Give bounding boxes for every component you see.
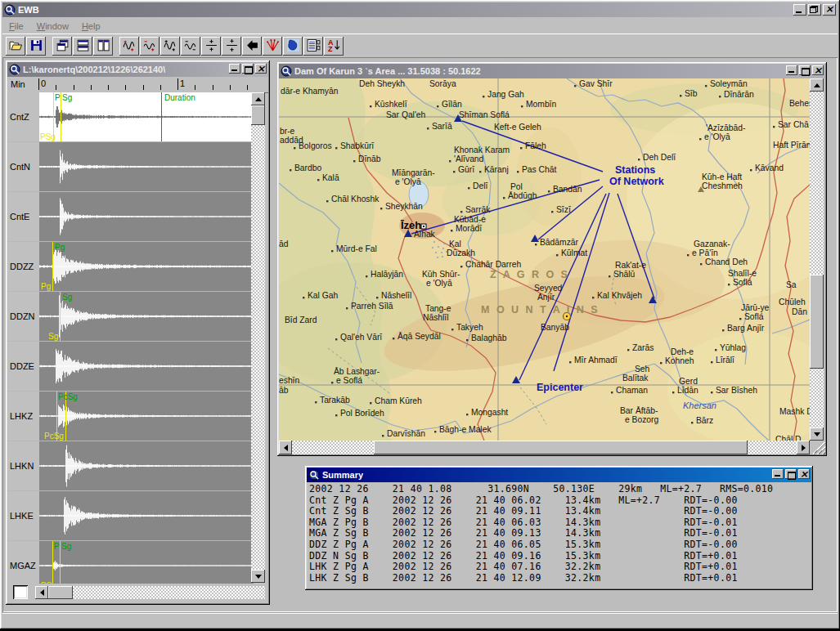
scroll-left-button[interactable] (35, 586, 48, 599)
channel-trace-CntE[interactable] (39, 192, 254, 241)
minimize-button[interactable] (786, 65, 797, 75)
scroll-down-button[interactable] (251, 570, 265, 583)
minimize-button[interactable] (229, 64, 240, 74)
sort-az-button[interactable]: AZ (324, 37, 344, 56)
menu-item-file[interactable]: File (2, 20, 30, 33)
map-hscrollbar[interactable] (279, 441, 810, 454)
channel-row-DDZN[interactable]: DDZNSgSg (7, 292, 251, 342)
town-dot (449, 160, 451, 162)
map-vscrollbar[interactable] (810, 78, 824, 441)
close-button[interactable]: × (812, 65, 824, 75)
scroll-left-button[interactable] (279, 441, 292, 454)
town-label: Gerd (679, 377, 698, 386)
menu-item-window[interactable]: Window (30, 20, 75, 33)
town-dot (700, 263, 702, 265)
town-label: Pol (510, 182, 523, 191)
hscroll-thumb[interactable] (374, 441, 748, 454)
open-button[interactable] (6, 37, 25, 56)
resize-grip[interactable] (813, 442, 825, 454)
town-label: Yūhlag (720, 343, 746, 352)
channel-trace-MGAZ[interactable]: PSgPSg (39, 541, 254, 590)
back-arrow-button[interactable] (242, 37, 262, 56)
wave-zoom-out-button[interactable] (181, 37, 200, 56)
restore-button[interactable] (808, 4, 821, 16)
channel-trace-DDZZ[interactable]: PgPg (39, 242, 254, 291)
picks-button[interactable] (263, 37, 282, 56)
scroll-up-button[interactable] (251, 92, 265, 105)
amplitude-up-button[interactable] (119, 37, 139, 56)
channel-row-DDZZ[interactable]: DDZZPgPg (7, 242, 251, 292)
phase-pick-line[interactable] (52, 242, 53, 291)
channel-row-CntE[interactable]: CntE (7, 192, 251, 242)
vscroll-thumb[interactable] (251, 105, 265, 125)
channel-trace-DDZE[interactable] (39, 342, 254, 391)
town-dot (331, 382, 333, 383)
menu-item-help[interactable]: Help (75, 20, 107, 33)
vscroll-thumb[interactable] (810, 275, 824, 369)
map-viewport[interactable]: dār-e KhamyānDeh SheykhSorāyaJang GahMom… (279, 78, 810, 441)
report-button[interactable] (303, 37, 323, 56)
channel-row-CntZ[interactable]: CntZPSgDurationPSg (7, 92, 251, 142)
phase-pick-line[interactable] (61, 92, 61, 141)
town-label: Bolgoros (299, 141, 332, 150)
phase-label-top: Sg (61, 542, 71, 551)
traces-expand-icon (225, 38, 239, 54)
close-button[interactable]: × (798, 469, 810, 479)
channel-row-LHKE[interactable]: LHKE (7, 491, 251, 541)
phase-label-top: P (54, 542, 60, 551)
map-canvas[interactable]: dār-e KhamyānDeh SheykhSorāyaJang GahMom… (279, 78, 810, 441)
scroll-up-button[interactable] (810, 78, 824, 92)
summary-window-title: Summary (322, 470, 363, 480)
maximize-button[interactable] (785, 469, 797, 479)
town-label: e 'Olyā (704, 132, 730, 141)
channel-trace-CntZ[interactable]: PSgDurationPSg (39, 92, 254, 141)
minimize-button[interactable] (793, 4, 806, 16)
summary-titlebar[interactable]: Summary × (307, 468, 811, 482)
waveform-titlebar[interactable]: L:\karonertq\200212\1226\262140\ × (7, 62, 268, 77)
channel-row-DDZE[interactable]: DDZE (7, 342, 251, 392)
maximize-button[interactable] (799, 65, 811, 75)
main-titlebar[interactable]: EWB × (2, 2, 838, 17)
waveform-hscrollbar[interactable] (35, 586, 265, 599)
town-dot (382, 435, 384, 436)
scroll-down-button[interactable] (810, 427, 824, 441)
phase-label-top: Sg (62, 293, 72, 302)
channel-row-CntN[interactable]: CntN (7, 142, 251, 192)
amplitude-down-button[interactable] (140, 37, 159, 56)
channel-trace-CntN[interactable] (39, 142, 254, 191)
hscroll-thumb[interactable] (48, 586, 73, 599)
traces-compress-button[interactable] (201, 37, 221, 56)
channel-trace-DDZN[interactable]: SgSg (39, 292, 254, 341)
channel-trace-LHKN[interactable] (39, 441, 254, 490)
waveform-vscrollbar[interactable] (251, 92, 265, 583)
tile-vertical-button[interactable] (93, 37, 113, 56)
map-titlebar[interactable]: Dam Of Karun 3 `s Area ... 31.5038 : 50.… (279, 64, 825, 78)
traces-expand-button[interactable] (222, 37, 241, 56)
channel-list[interactable]: CntZPSgDurationPSgCntNCntEDDZZPgPgDDZNSg… (7, 92, 251, 583)
channel-trace-LHKE[interactable] (39, 491, 254, 540)
wave-zoom-in-button[interactable] (160, 37, 180, 56)
close-button[interactable]: × (255, 64, 267, 74)
town-dot (370, 402, 371, 404)
town-dot (453, 171, 455, 172)
map-button[interactable] (283, 37, 303, 56)
minimize-button[interactable] (772, 469, 784, 479)
town-label: Gīlān (442, 100, 462, 109)
cascade-windows-button[interactable] (52, 37, 72, 56)
channel-row-LHKN[interactable]: LHKN (7, 441, 251, 491)
maximize-button[interactable] (242, 64, 254, 74)
scroll-right-button[interactable] (797, 441, 810, 454)
channel-trace-LHKZ[interactable]: PcSgPcSg (39, 392, 254, 441)
phase-pick-line[interactable] (60, 292, 61, 341)
town-dot (294, 147, 295, 149)
channel-row-LHKZ[interactable]: LHKZPcSgPcSg (7, 392, 251, 441)
close-button[interactable]: × (823, 4, 836, 16)
toolbar-separator (47, 37, 52, 56)
town-label: Bārz (696, 416, 713, 425)
phase-pick-line[interactable] (161, 92, 162, 141)
tile-horizontal-button[interactable] (73, 37, 92, 56)
city-symbol-dot (423, 226, 424, 227)
phase-pick-line[interactable] (60, 541, 61, 590)
save-button[interactable] (26, 37, 46, 56)
select-checkbox[interactable] (13, 585, 28, 599)
